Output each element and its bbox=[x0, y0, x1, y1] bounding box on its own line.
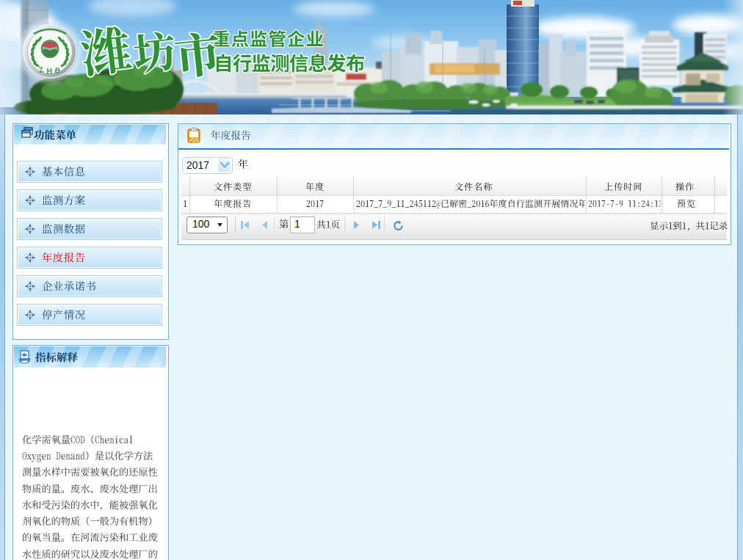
svg-text:H: H bbox=[47, 67, 53, 76]
